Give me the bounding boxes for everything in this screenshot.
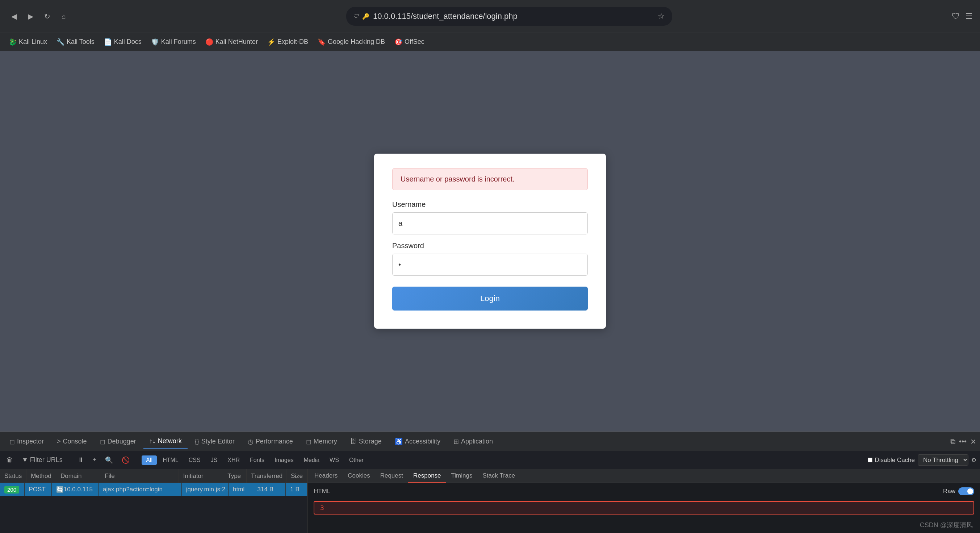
filter-xhr[interactable]: XHR [223, 455, 244, 465]
devtools-right-icons: ⧉ ••• ✕ [950, 437, 976, 446]
search-button[interactable]: 🔍 [102, 455, 116, 466]
network-headers: Status Method Domain File Initiator Type [0, 469, 307, 483]
bookmark-offsec[interactable]: 🎯 OffSec [391, 37, 428, 48]
network-icon: ↑↓ [149, 437, 156, 445]
watermark: CSDN @深度清风 [920, 521, 973, 529]
login-card: Username or password is incorrect. Usern… [374, 154, 606, 329]
password-group: Password [392, 242, 588, 276]
devtools-close-icon[interactable]: ✕ [970, 437, 976, 446]
tab-storage[interactable]: 🗄 Storage [344, 435, 388, 448]
filter-images[interactable]: Images [270, 455, 298, 465]
tab-inspector[interactable]: ◻ Inspector [4, 435, 49, 448]
header-status[interactable]: Status [0, 469, 26, 483]
filter-ws[interactable]: WS [325, 455, 343, 465]
bookmark-label: Kali NetHunter [215, 38, 258, 46]
block-button[interactable]: 🚫 [119, 455, 132, 466]
header-initiator[interactable]: Initiator [179, 469, 223, 483]
header-method[interactable]: Method [26, 469, 56, 483]
tab-console[interactable]: > Console [51, 435, 93, 448]
shield-browser-icon[interactable]: 🛡 [952, 11, 960, 21]
bookmark-kali-linux[interactable]: 🐉 Kali Linux [5, 37, 51, 48]
disable-cache-checkbox[interactable] [868, 458, 872, 462]
tab-network[interactable]: ↑↓ Network [143, 434, 188, 448]
tab-style-editor[interactable]: {} Style Editor [189, 435, 240, 448]
menu-icon[interactable]: ☰ [966, 11, 973, 21]
address-bar[interactable]: 🛡 🔑 10.0.0.115/student_attendance/login.… [346, 7, 672, 26]
header-type[interactable]: Type [223, 469, 247, 483]
tab-request[interactable]: Request [375, 469, 408, 483]
main-content: Username or password is incorrect. Usern… [0, 51, 980, 432]
cell-type: html [229, 483, 253, 496]
accessibility-icon: ♿ [395, 438, 403, 446]
response-body: HTML Raw 3 [308, 483, 980, 533]
disable-cache-label[interactable]: Disable Cache [868, 456, 915, 464]
separator [70, 455, 70, 466]
tab-stack-trace[interactable]: Stack Trace [477, 469, 520, 483]
network-list: Status Method Domain File Initiator Type [0, 469, 308, 533]
back-button[interactable]: ◀ [7, 10, 20, 23]
tab-performance[interactable]: ◷ Performance [242, 435, 299, 448]
tab-memory[interactable]: ◻ Memory [300, 435, 343, 448]
devtools-more-icon[interactable]: ••• [959, 437, 967, 446]
table-row[interactable]: 200 POST 🔄 10.0.0.115 ajax.php?action=lo… [0, 483, 307, 496]
tab-timings[interactable]: Timings [446, 469, 478, 483]
username-input[interactable] [392, 212, 588, 235]
forward-button[interactable]: ▶ [24, 10, 37, 23]
pause-button[interactable]: ⏸ [75, 455, 87, 465]
kali-docs-icon: 📄 [104, 38, 112, 46]
bookmark-kali-forums[interactable]: 🛡️ Kali Forums [147, 37, 200, 48]
header-transferred[interactable]: Transferred [247, 469, 286, 483]
bookmark-kali-tools[interactable]: 🔧 Kali Tools [53, 37, 98, 48]
filter-media[interactable]: Media [299, 455, 324, 465]
cell-domain: 🔄 10.0.0.115 [52, 483, 99, 496]
password-input[interactable] [392, 254, 588, 276]
debugger-icon: ◻ [100, 438, 105, 446]
throttle-select[interactable]: No Throttling [918, 454, 969, 466]
domain-icon: 🔄 [56, 486, 64, 493]
console-icon: > [57, 438, 61, 445]
response-code: 3 [313, 501, 974, 514]
style-editor-icon: {} [195, 438, 199, 445]
settings-icon[interactable]: ⚙ [971, 456, 976, 463]
home-button[interactable]: ⌂ [57, 10, 70, 23]
add-button[interactable]: + [90, 455, 100, 465]
tab-cookies[interactable]: Cookies [343, 469, 375, 483]
filter-html[interactable]: HTML [158, 455, 183, 465]
tab-headers[interactable]: Headers [309, 469, 343, 483]
refresh-button[interactable]: ↻ [41, 10, 54, 23]
bookmark-label: Kali Tools [67, 38, 94, 46]
filter-icon[interactable]: ▼ Filter URLs [19, 455, 65, 465]
address-text: 10.0.0.115/student_attendance/login.php [373, 11, 654, 21]
bookmark-label: Google Hacking DB [328, 38, 385, 46]
filter-other[interactable]: Other [345, 455, 368, 465]
tab-debugger[interactable]: ◻ Debugger [94, 435, 142, 448]
filter-css[interactable]: CSS [185, 455, 205, 465]
header-file[interactable]: File [100, 469, 178, 483]
header-domain[interactable]: Domain [56, 469, 100, 483]
bookmark-kali-docs[interactable]: 📄 Kali Docs [100, 37, 145, 48]
tab-response[interactable]: Response [408, 469, 446, 483]
browser-right-icons: 🛡 ☰ [952, 11, 973, 21]
bookmark-star-icon[interactable]: ☆ [658, 11, 665, 21]
header-size[interactable]: Size [286, 469, 307, 483]
clear-button[interactable]: 🗑 [4, 455, 16, 465]
bookmark-label: Kali Docs [114, 38, 142, 46]
bookmark-kali-nethunter[interactable]: 🔴 Kali NetHunter [202, 37, 261, 48]
filter-fonts[interactable]: Fonts [245, 455, 269, 465]
raw-toggle-switch[interactable] [958, 487, 974, 495]
tab-accessibility[interactable]: ♿ Accessibility [389, 435, 446, 448]
bookmark-google-hacking-db[interactable]: 🔖 Google Hacking DB [314, 37, 388, 48]
devtools-responsive-icon[interactable]: ⧉ [950, 437, 955, 446]
tab-application[interactable]: ⊞ Application [448, 435, 499, 448]
raw-label: Raw [943, 488, 955, 495]
login-button[interactable]: Login [392, 287, 588, 311]
bookmark-label: Kali Forums [161, 38, 196, 46]
filter-tags: All HTML CSS JS XHR Fonts Images Media W… [142, 455, 368, 465]
cell-size: 1 B [286, 483, 307, 496]
filter-js[interactable]: JS [207, 455, 222, 465]
filter-all[interactable]: All [142, 455, 157, 465]
bookmarks-bar: 🐉 Kali Linux 🔧 Kali Tools 📄 Kali Docs 🛡️… [0, 33, 980, 51]
bookmark-exploit-db[interactable]: ⚡ Exploit-DB [264, 37, 312, 48]
lock-icon: 🔑 [362, 13, 369, 20]
performance-icon: ◷ [248, 438, 253, 446]
